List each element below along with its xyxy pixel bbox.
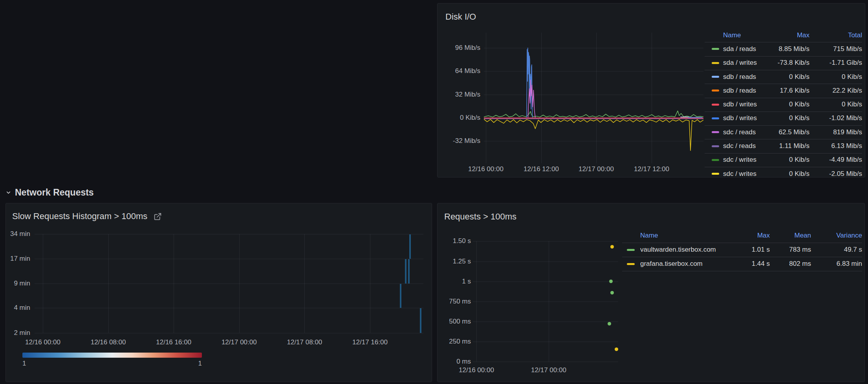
panel-disk-io: Disk I/O 96 Mib/s64 Mib/s32 Mib/s0 Kib/s… xyxy=(437,3,865,177)
external-link-icon[interactable] xyxy=(154,212,162,221)
series-color-swatch xyxy=(712,173,719,175)
gridline-vertical xyxy=(43,234,43,333)
legend-row[interactable]: sda / reads8.85 Mib/s715 Mib/s xyxy=(705,42,862,56)
y-axis-tick-label: 1.25 s xyxy=(437,258,471,265)
legend-row[interactable]: sdb / writes0 Kib/s-1.02 Mib/s xyxy=(705,112,862,125)
legend-column-header[interactable]: Total xyxy=(809,31,862,39)
x-axis-tick-label: 12/16 16:00 xyxy=(146,338,201,346)
x-axis-tick-label: 12/16 12:00 xyxy=(514,165,569,173)
series-color-swatch xyxy=(627,249,635,251)
x-axis-tick-label: 12/16 00:00 xyxy=(15,338,70,346)
legend-row[interactable]: sdb / writes0 Kib/s0 Kib/s xyxy=(705,98,862,112)
legend-header-row: NameMaxTotal xyxy=(705,28,862,42)
x-axis-tick-label: 12/17 00:00 xyxy=(212,338,267,346)
y-axis-tick-label: 34 min xyxy=(5,230,30,238)
legend-column-header-name[interactable]: Name xyxy=(723,31,764,39)
y-axis-tick-label: 2 min xyxy=(5,329,30,337)
legend-row[interactable]: sdb / reads17.6 Kib/s22.2 Kib/s xyxy=(705,84,862,97)
legend-series-name: sda / writes xyxy=(723,59,764,67)
legend-value: 49.7 s xyxy=(811,246,862,254)
gridline-horizontal xyxy=(473,362,618,362)
legend-value: 1.44 s xyxy=(731,260,770,268)
legend-row[interactable]: sdc / reads62.5 Mib/s819 Mib/s xyxy=(705,125,862,139)
panel-title-slow-requests[interactable]: Slow Requests Histogram > 100ms xyxy=(12,211,147,221)
section-title: Network Requests xyxy=(15,187,94,198)
panel-title-requests[interactable]: Requests > 100ms xyxy=(444,212,516,222)
legend-value: 0 Kib/s xyxy=(809,73,862,81)
legend-value: -1.71 Gib/s xyxy=(809,59,862,67)
gridline-vertical xyxy=(239,234,240,333)
panel-title-disk-io[interactable]: Disk I/O xyxy=(445,12,476,22)
y-axis-tick-label: 4 min xyxy=(5,304,30,312)
legend-value: 819 Mib/s xyxy=(809,128,862,136)
series-color-swatch xyxy=(712,48,719,50)
legend-value: 783 ms xyxy=(770,246,811,254)
x-axis-tick-label: 12/17 00:00 xyxy=(569,165,624,173)
legend-row[interactable]: sdc / writes0 Kib/s-4.49 Mib/s xyxy=(705,153,862,167)
grafana-dashboard: { "section": { "title": "Network Request… xyxy=(0,0,868,384)
gridline-horizontal xyxy=(35,333,423,333)
y-axis-tick-label: 500 ms xyxy=(437,318,471,325)
legend-column-header[interactable]: Variance xyxy=(811,232,862,240)
heatmap-color-scale xyxy=(22,353,202,358)
legend-row[interactable]: sda / writes-73.8 Kib/s-1.71 Gib/s xyxy=(705,56,862,70)
series-color-swatch xyxy=(712,117,719,119)
y-axis-tick-label: 0 ms xyxy=(437,358,471,366)
legend-series-name: sdb / writes xyxy=(723,114,764,122)
scatter-point xyxy=(615,347,618,351)
legend-value: 22.2 Kib/s xyxy=(809,87,862,95)
legend-value: 715 Mib/s xyxy=(809,45,862,53)
legend-header-row: NameMaxMeanVariance xyxy=(622,229,862,243)
gridline-horizontal xyxy=(473,342,618,342)
gridline-vertical xyxy=(476,241,477,362)
series-color-swatch xyxy=(712,76,719,78)
legend-value: 0 Kib/s xyxy=(764,101,809,108)
x-axis-tick-label: 12/17 08:00 xyxy=(277,338,332,346)
series-line xyxy=(484,111,703,117)
legend-value: 0 Kib/s xyxy=(764,114,809,122)
gridline-vertical xyxy=(549,241,549,362)
legend-column-header[interactable]: Mean xyxy=(770,232,811,240)
heatmap-cell xyxy=(400,284,401,308)
color-scale-max-label: 1 xyxy=(186,360,202,368)
legend-row[interactable]: sdc / writes0 Kib/s-2.05 Mib/s xyxy=(705,167,862,177)
gridline-vertical xyxy=(370,234,370,333)
heatmap-cell xyxy=(409,234,411,259)
legend-row-separator xyxy=(622,271,862,271)
legend-row[interactable]: sdc / reads1.11 Mib/s6.13 Mib/s xyxy=(705,139,862,153)
y-axis-tick-label: -32 Mib/s xyxy=(445,137,480,145)
legend-column-header[interactable]: Max xyxy=(764,31,809,39)
x-axis-tick-label: 12/17 16:00 xyxy=(342,338,397,346)
legend-value: 62.5 Mib/s xyxy=(764,128,809,136)
legend-series-name: sdb / writes xyxy=(723,101,764,108)
legend-row[interactable]: sdb / reads0 Kib/s0 Kib/s xyxy=(705,70,862,84)
legend-value: 8.85 Mib/s xyxy=(764,45,809,53)
gridline-horizontal xyxy=(473,322,618,322)
legend-value: 17.6 Kib/s xyxy=(764,87,809,95)
scatter-point xyxy=(608,322,611,325)
x-axis-tick-label: 12/17 12:00 xyxy=(624,165,679,173)
gridline-horizontal xyxy=(35,259,423,259)
legend-row[interactable]: vaultwarden.tiserbox.com1.01 s783 ms49.7… xyxy=(622,243,862,257)
legend-row[interactable]: grafana.tiserbox.com1.44 s802 ms6.83 min xyxy=(622,257,862,271)
panel-slow-requests-histogram: Slow Requests Histogram > 100ms 34 min17… xyxy=(5,203,432,382)
gridline-horizontal xyxy=(35,308,423,308)
legend-value: -73.8 Kib/s xyxy=(764,59,809,67)
x-axis-tick-label: 12/17 00:00 xyxy=(521,366,576,374)
x-axis-tick-label: 12/16 00:00 xyxy=(449,366,504,374)
legend-column-header-name[interactable]: Name xyxy=(640,232,731,240)
heatmap-cell xyxy=(408,259,410,283)
heatmap-cell xyxy=(405,259,407,283)
legend-series-name: vaultwarden.tiserbox.com xyxy=(640,246,731,254)
legend-series-name: sdb / reads xyxy=(723,73,764,81)
gridline-horizontal xyxy=(473,282,618,282)
legend-value: 1.01 s xyxy=(731,246,770,254)
section-network-requests[interactable]: Network Requests xyxy=(5,186,94,199)
series-color-swatch xyxy=(712,104,719,106)
scatter-point xyxy=(609,280,613,283)
legend-value: 802 ms xyxy=(770,260,811,268)
legend-column-header[interactable]: Max xyxy=(731,232,770,240)
y-axis-tick-label: 64 Mib/s xyxy=(445,67,480,75)
legend-series-name: sda / reads xyxy=(723,45,764,53)
legend-series-name: grafana.tiserbox.com xyxy=(640,260,731,268)
